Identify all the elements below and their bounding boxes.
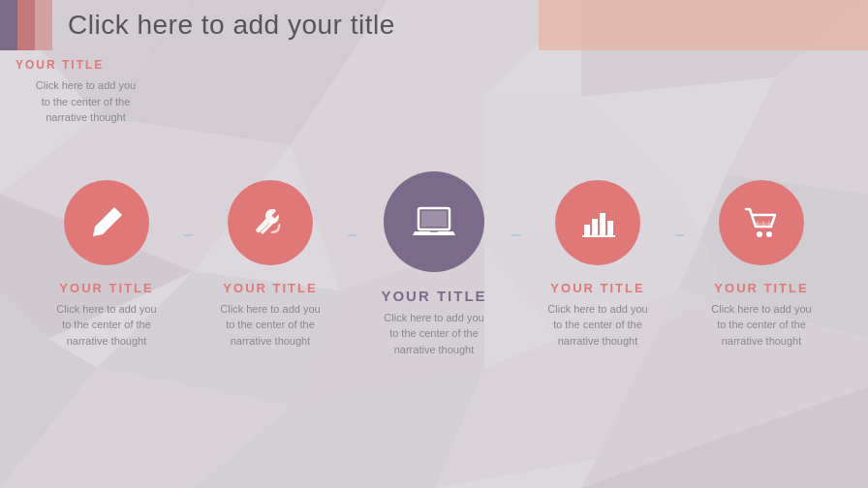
item-4-text: YOUR TITLE Click here to add you to the … <box>547 281 647 350</box>
svg-point-29 <box>766 231 772 237</box>
laptop-icon <box>409 197 459 247</box>
item-5-desc: Click here to add you to the center of t… <box>711 301 811 350</box>
item-3-text: YOUR TITLE Click here to add you to the … <box>381 288 486 358</box>
item-4-desc: Click here to add you to the center of t… <box>547 301 647 350</box>
item-5-text: YOUR TITLE Click here to add you to the … <box>711 281 811 350</box>
timeline-item-5: YOUR TITLE Click here to add you to the … <box>684 180 839 350</box>
timeline-item-4: YOUR TITLE Click here to add you to the … <box>520 180 675 350</box>
item-1-title[interactable]: YOUR TITLE <box>56 281 156 295</box>
svg-rect-25 <box>600 213 605 236</box>
svg-point-28 <box>757 231 762 237</box>
svg-rect-24 <box>592 219 598 236</box>
timeline-item-2: YOUR TITLE Click here to add you to the … <box>193 180 348 350</box>
svg-rect-23 <box>584 225 590 236</box>
chart-icon <box>578 203 617 242</box>
main-content: YOUR TITLE Click here to add you to the … <box>0 50 868 488</box>
svg-rect-21 <box>421 211 447 227</box>
item-3-title[interactable]: YOUR TITLE <box>381 288 486 304</box>
item-5-title[interactable]: YOUR TITLE <box>711 281 811 295</box>
svg-rect-26 <box>607 221 613 236</box>
item-2-text: YOUR TITLE Click here to add you to the … <box>220 281 320 350</box>
circle-3[interactable] <box>384 171 484 272</box>
pen-icon <box>87 203 126 242</box>
item-1-desc: Click here to add you to the center of t… <box>56 301 156 350</box>
item-2-title[interactable]: YOUR TITLE <box>220 281 320 295</box>
item-2-desc: Click here to add you to the center of t… <box>220 301 320 350</box>
timeline-item-1: YOUR TITLE Click here to add you to the … <box>29 180 184 350</box>
header-block-1 <box>0 0 17 50</box>
timeline-item-3: YOUR TITLE Click here to add you to the … <box>356 171 512 358</box>
connector-2-3 <box>348 234 356 236</box>
connector-3-4 <box>512 234 520 236</box>
header-block-3 <box>35 0 52 50</box>
tools-icon <box>251 203 290 242</box>
item-3-desc: Click here to add you to the center of t… <box>381 310 486 358</box>
circle-4[interactable] <box>555 180 640 265</box>
cart-icon <box>742 203 781 242</box>
circle-1[interactable] <box>64 180 149 265</box>
circle-2[interactable] <box>228 180 313 265</box>
header: Click here to add your title <box>0 0 868 50</box>
header-title-area: Click here to add your title <box>52 10 868 41</box>
header-block-2 <box>17 0 35 50</box>
connector-1-2 <box>184 234 193 236</box>
circle-5[interactable] <box>719 180 804 265</box>
item-1-text: YOUR TITLE Click here to add you to the … <box>56 281 156 350</box>
timeline-row: YOUR TITLE Click here to add you to the … <box>0 171 868 358</box>
header-accent-blocks <box>0 0 52 50</box>
slide-title[interactable]: Click here to add your title <box>68 10 395 41</box>
item-4-title[interactable]: YOUR TITLE <box>547 281 647 295</box>
connector-4-5 <box>675 234 684 236</box>
